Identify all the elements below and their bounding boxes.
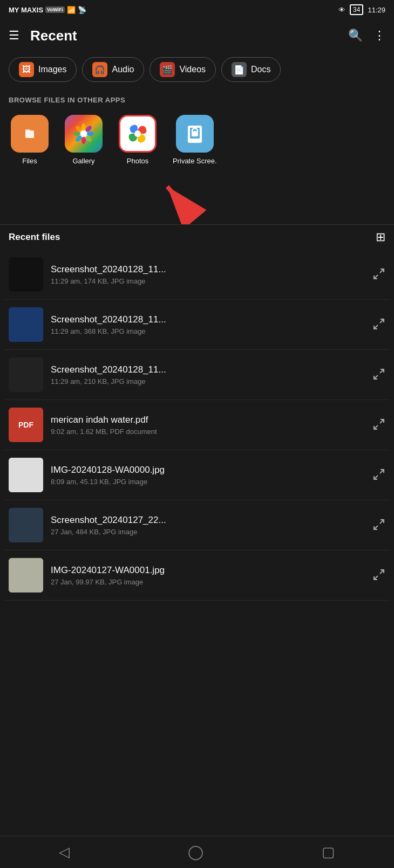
audio-tab-icon: 🎧 xyxy=(92,62,107,77)
svg-rect-19 xyxy=(193,131,196,134)
recents-button[interactable]: ▢ xyxy=(322,844,335,860)
battery-indicator: 34 xyxy=(350,4,363,15)
photos-label: Photos xyxy=(127,157,148,165)
browse-section-title: BROWSE FILES IN OTHER APPS xyxy=(0,87,394,109)
expand-icon[interactable] xyxy=(372,267,385,282)
expand-arrows-svg xyxy=(372,418,385,431)
files-label: Files xyxy=(22,157,37,165)
tab-docs[interactable]: 📄 Docs xyxy=(221,57,281,82)
home-button[interactable]: ◯ xyxy=(188,844,203,860)
arrow-annotation xyxy=(0,176,394,224)
file-thumbnail: PDF xyxy=(9,408,43,442)
carrier-name: MY MAXIS xyxy=(9,6,43,14)
svg-line-35 xyxy=(374,576,378,580)
file-name: merican indah water.pdf xyxy=(51,415,365,425)
file-meta: 11:29 am, 368 KB, JPG image xyxy=(51,327,365,335)
audio-tab-label: Audio xyxy=(112,65,134,74)
app-item-private[interactable]: Private Scree. xyxy=(173,115,217,165)
file-thumbnail xyxy=(9,558,43,593)
file-name: Screenshot_20240128_11... xyxy=(51,364,365,375)
svg-point-6 xyxy=(81,136,86,144)
gallery-svg xyxy=(72,122,95,145)
svg-point-5 xyxy=(81,123,86,131)
expand-icon[interactable] xyxy=(372,318,385,332)
file-name: Screenshot_20240128_11... xyxy=(51,314,365,325)
expand-icon[interactable] xyxy=(372,568,385,583)
file-info: Screenshot_20240128_11... 11:29 am, 368 … xyxy=(51,314,365,335)
expand-icon[interactable] xyxy=(372,518,385,533)
file-info: Screenshot_20240128_11... 11:29 am, 210 … xyxy=(51,364,365,385)
app-grid: Files Gallery xyxy=(0,109,394,176)
svg-line-32 xyxy=(380,520,384,523)
private-label: Private Scree. xyxy=(173,157,217,165)
private-icon xyxy=(176,115,214,153)
recent-files-header: Recent files ⊞ xyxy=(0,224,394,250)
file-meta: 27 Jan, 484 KB, JPG image xyxy=(51,528,365,536)
svg-line-24 xyxy=(380,319,384,323)
file-name: Screenshot_20240128_11... xyxy=(51,264,365,275)
app-item-gallery[interactable]: Gallery xyxy=(65,115,103,165)
svg-rect-2 xyxy=(25,129,30,132)
private-svg xyxy=(185,123,205,144)
svg-line-26 xyxy=(380,369,384,373)
time-display: 11:29 xyxy=(368,6,385,14)
search-icon[interactable]: 🔍 xyxy=(348,29,363,43)
file-name: IMG-20240128-WA0000.jpg xyxy=(51,465,365,476)
app-bar-actions: 🔍 ⋮ xyxy=(348,29,385,43)
expand-arrows-svg xyxy=(372,318,385,330)
vowifi-badge: VoWiFi xyxy=(45,6,65,13)
expand-icon[interactable] xyxy=(372,468,385,483)
svg-line-22 xyxy=(380,269,384,273)
file-thumbnail xyxy=(9,357,43,392)
docs-tab-icon: 📄 xyxy=(232,62,247,77)
tab-videos[interactable]: 🎬 Videos xyxy=(150,57,216,82)
app-item-files[interactable]: Files xyxy=(11,115,49,165)
videos-tab-icon: 🎬 xyxy=(160,62,175,77)
eye-icon: 👁 xyxy=(338,6,345,14)
more-options-icon[interactable]: ⋮ xyxy=(373,29,385,43)
svg-line-29 xyxy=(374,425,378,429)
file-meta: 8:09 am, 45.13 KB, JPG image xyxy=(51,478,365,486)
gallery-label: Gallery xyxy=(72,157,94,165)
expand-arrows-svg xyxy=(372,368,385,381)
file-thumbnail xyxy=(9,508,43,542)
photos-svg xyxy=(126,122,150,146)
docs-tab-label: Docs xyxy=(251,65,270,74)
svg-point-8 xyxy=(86,132,94,136)
files-icon xyxy=(11,115,49,153)
expand-icon[interactable] xyxy=(372,368,385,382)
file-info: IMG-20240128-WA0000.jpg 8:09 am, 45.13 K… xyxy=(51,465,365,486)
status-right: 👁 34 11:29 xyxy=(338,4,385,15)
expand-icon[interactable] xyxy=(372,418,385,432)
svg-line-25 xyxy=(374,325,378,329)
grid-view-icon[interactable]: ⊞ xyxy=(376,230,385,244)
list-item: Screenshot_20240128_11... 11:29 am, 210 … xyxy=(4,350,390,400)
file-thumbnail xyxy=(9,458,43,492)
list-item: IMG-20240128-WA0000.jpg 8:09 am, 45.13 K… xyxy=(4,450,390,500)
images-tab-label: Images xyxy=(38,65,66,74)
images-tab-icon: 🖼 xyxy=(19,62,34,77)
signal-icon: 📶 xyxy=(67,6,76,14)
file-name: Screenshot_20240127_22... xyxy=(51,515,365,526)
menu-icon[interactable]: ☰ xyxy=(9,29,19,43)
file-list: Screenshot_20240128_11... 11:29 am, 174 … xyxy=(0,250,394,601)
file-meta: 11:29 am, 174 KB, JPG image xyxy=(51,277,365,285)
app-item-photos[interactable]: Photos xyxy=(119,115,157,165)
wifi-icon: 📡 xyxy=(78,6,86,14)
photos-icon xyxy=(119,115,157,153)
back-button[interactable]: ◁ xyxy=(59,844,70,860)
list-item: PDF merican indah water.pdf 9:02 am, 1.6… xyxy=(4,400,390,450)
file-meta: 9:02 am, 1.62 MB, PDF document xyxy=(51,428,365,436)
svg-line-28 xyxy=(380,419,384,423)
svg-line-27 xyxy=(374,375,378,379)
videos-tab-label: Videos xyxy=(179,65,206,74)
files-svg xyxy=(19,123,40,144)
expand-arrows-svg xyxy=(372,468,385,481)
tab-audio[interactable]: 🎧 Audio xyxy=(82,57,144,82)
svg-line-30 xyxy=(380,470,384,473)
file-thumbnail xyxy=(9,307,43,342)
file-meta: 27 Jan, 99.97 KB, JPG image xyxy=(51,578,365,586)
app-bar: ☰ Recent 🔍 ⋮ xyxy=(0,19,394,52)
tab-images[interactable]: 🖼 Images xyxy=(9,57,77,82)
gallery-icon xyxy=(65,115,103,153)
